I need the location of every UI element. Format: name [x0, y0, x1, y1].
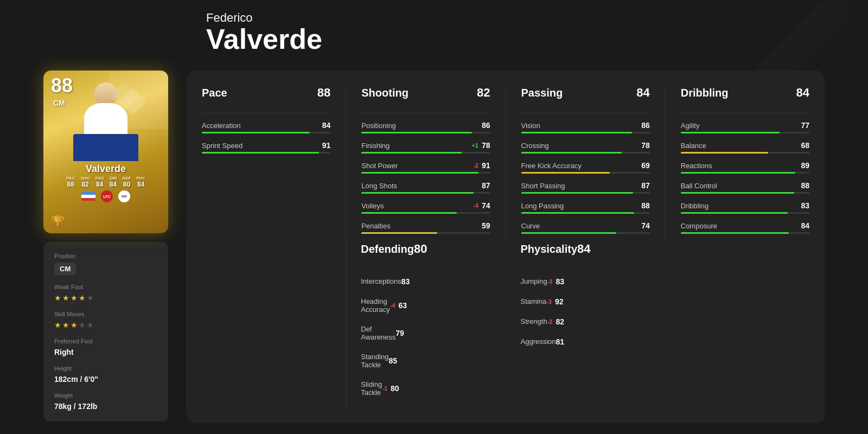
position-value: CM — [54, 263, 76, 275]
stat-bar-fill-3-5 — [681, 232, 789, 234]
stat-bar-fill-3-4 — [681, 212, 788, 214]
stat-value-5-1: 92 — [555, 297, 564, 306]
position-section: Position CM — [54, 253, 157, 275]
category-score-1: 82 — [477, 86, 490, 100]
stat-row-1-0: Positioning86 — [361, 121, 490, 133]
stat-name-5-1: Stamina — [521, 297, 547, 305]
stat-name-5-3: Aggression — [521, 337, 556, 346]
stat-row-3-0: Agility77 — [681, 121, 809, 133]
stat-value-3-0: 77 — [801, 121, 809, 130]
stat-value-4-1: 63 — [399, 301, 407, 310]
category-name-2: Passing — [521, 87, 563, 99]
stat-row-2-2: Free Kick Accuracy69 — [521, 161, 650, 174]
stat-row-1-2: Shot Power-291 — [361, 161, 490, 174]
stat-bar-fill-2-0 — [521, 132, 632, 133]
skill-moves-section: Skill Moves ★ ★ ★ ★ ★ — [54, 311, 157, 329]
stat-name-4-2: Def Awareness — [361, 325, 395, 341]
stat-name-5-2: Strength — [521, 317, 547, 326]
height-label: Height — [54, 365, 157, 372]
weight-value: 78kg / 172lb — [54, 402, 157, 411]
stat-name-3-0: Agility — [681, 122, 700, 130]
stat-value-0-0: 84 — [322, 121, 331, 130]
preferred-foot-section: Preferred Foot Right — [54, 338, 157, 356]
player-card: 88 CM 🏆 V — [43, 71, 168, 233]
stat-row-1-4: Volleys-474 — [361, 201, 490, 214]
stat-bar-0-0 — [202, 132, 330, 133]
stat-bar-fill-1-3 — [361, 192, 473, 194]
stat-name-2-4: Long Passing — [521, 202, 564, 210]
category-score-5: 84 — [577, 242, 590, 256]
stat-name-3-3: Ball Control — [681, 182, 717, 190]
stat-modifier-5-1: -3 — [546, 298, 552, 305]
stat-value-2-0: 86 — [641, 121, 650, 130]
preferred-foot-label: Preferred Foot — [54, 338, 157, 344]
stat-bar-2-4 — [521, 212, 650, 214]
stat-modifier-4-1: -4 — [390, 302, 395, 309]
stat-row-2-4: Long Passing88 — [521, 201, 650, 214]
category-name-0: Pace — [202, 87, 227, 99]
stat-value-1-1: 78 — [482, 141, 490, 150]
stat-value-4-2: 79 — [395, 329, 404, 337]
stat-row-2-0: Vision86 — [521, 121, 650, 133]
stat-value-1-4: 74 — [482, 201, 490, 210]
category-dribbling: Dribbling84Agility77Balance68Reactions89… — [666, 86, 825, 242]
stat-bar-3-3 — [681, 192, 809, 194]
stat-modifier-5-0: -3 — [547, 278, 553, 285]
category-shooting: Shooting82Positioning86Finishing+178Shot… — [346, 86, 505, 242]
stat-value-3-4: 83 — [801, 201, 809, 210]
stat-name-4-4: Sliding Tackle — [361, 380, 382, 397]
stat-bar-3-5 — [681, 232, 809, 234]
weak-foot-section: Weak Foot ★ ★ ★ ★ ★ — [54, 284, 157, 302]
stat-bar-fill-0-1 — [202, 152, 319, 154]
stat-modifier-4-4: -1 — [382, 385, 387, 392]
stat-bar-fill-1-1 — [361, 152, 462, 154]
stat-name-1-4: Volleys — [361, 202, 384, 210]
stat-bar-fill-2-1 — [521, 152, 622, 154]
stat-bar-2-1 — [521, 152, 650, 154]
stat-bar-3-0 — [681, 132, 809, 133]
stat-name-2-0: Vision — [521, 122, 540, 130]
stat-modifier-1-2: -2 — [473, 162, 478, 169]
stats-panel: Pace88Acceleration84Sprint Speed91Shooti… — [187, 71, 825, 423]
stat-value-2-2: 69 — [641, 161, 650, 170]
stat-value-2-4: 88 — [641, 201, 650, 210]
stat-value-1-2: 91 — [482, 161, 490, 170]
stat-value-5-0: 83 — [556, 277, 564, 286]
stat-value-2-5: 74 — [641, 221, 650, 230]
stat-name-1-2: Shot Power — [361, 162, 398, 170]
category-score-3: 84 — [796, 86, 809, 100]
position-label: Position — [54, 253, 157, 259]
stat-bar-fill-2-5 — [521, 232, 617, 234]
weight-section: Weight 78kg / 172lb — [54, 392, 157, 411]
weak-foot-label: Weak Foot — [54, 284, 157, 290]
stat-row-2-5: Curve74 — [521, 221, 650, 234]
weight-label: Weight — [54, 392, 157, 399]
stat-bar-1-5 — [361, 232, 490, 234]
stat-value-1-3: 87 — [482, 181, 490, 190]
stat-bar-fill-3-2 — [681, 172, 795, 174]
stat-bar-fill-3-0 — [681, 132, 780, 133]
category-pace: Pace88Acceleration84Sprint Speed91 — [187, 86, 346, 242]
stat-name-2-2: Free Kick Accuracy — [521, 162, 582, 170]
category-defending: Defending80Interceptions83Heading Accura… — [346, 242, 376, 409]
stat-bar-2-5 — [521, 232, 650, 234]
info-panel: Position CM Weak Foot ★ ★ ★ ★ ★ Skill Mo… — [43, 242, 168, 422]
stat-value-2-3: 87 — [641, 181, 650, 190]
stat-value-2-1: 78 — [641, 141, 650, 150]
stat-bar-2-2 — [521, 172, 650, 174]
stat-name-1-5: Penalties — [361, 222, 390, 230]
stat-name-3-4: Dribbling — [681, 202, 709, 210]
stat-bar-fill-1-4 — [361, 212, 457, 214]
stat-name-0-0: Acceleration — [202, 122, 241, 130]
stat-row-3-1: Balance68 — [681, 141, 809, 154]
player-image — [62, 82, 149, 161]
skill-moves-label: Skill Moves — [54, 311, 157, 317]
stat-bar-3-1 — [681, 152, 809, 154]
stat-bar-fill-1-5 — [361, 232, 437, 234]
stat-name-2-1: Crossing — [521, 142, 549, 150]
stat-bar-1-2 — [361, 172, 490, 174]
stat-bar-1-0 — [361, 132, 490, 133]
stat-bar-1-4 — [361, 212, 490, 214]
category-divider-3 — [187, 242, 187, 409]
stat-name-3-5: Composure — [681, 222, 717, 230]
